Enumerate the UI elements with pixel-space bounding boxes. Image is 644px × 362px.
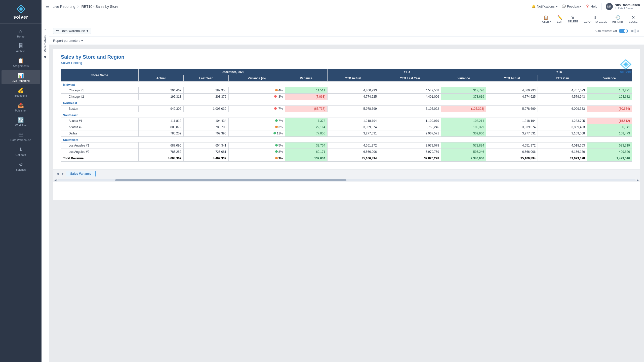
table-row: Chicago #1294,469282,958 4%11,5114,860,2… <box>61 87 632 94</box>
scrollbar-area[interactable]: ◀ ▶ <box>53 178 640 182</box>
params-toggle-button[interactable]: » <box>43 25 47 33</box>
sidebar-item-get-data[interactable]: ⬇ Get data <box>2 144 40 158</box>
ytd1-actual-header: YTD Actual <box>327 75 379 82</box>
table-cell: 5,978,699 <box>327 106 379 112</box>
total-cell: 1,493,516 <box>587 155 632 162</box>
user-role: IL Retail Demo <box>615 7 640 10</box>
table-cell: 309,960 <box>441 130 486 137</box>
main-content: ☰ Live Reporting > RET10 - Sales by Stor… <box>42 0 644 362</box>
sidebar-item-workflow[interactable]: 🔄 Workflow <box>2 115 40 129</box>
auto-refresh-area: Auto-refresh: Off ▦ ⊞ <box>595 29 640 33</box>
table-cell: 1,218,194 <box>327 118 379 124</box>
table-cell: 725,081 <box>183 149 228 155</box>
breadcrumb-current: RET10 - Sales by Store <box>81 5 118 9</box>
report-content[interactable]: solver Sales by Store and Region Solver … <box>49 45 644 362</box>
table-cell: 572,894 <box>441 142 486 149</box>
sidebar-item-settings[interactable]: ⚙ Settings <box>2 159 40 173</box>
table-cell: 5,978,699 <box>486 106 538 112</box>
history-button[interactable]: 🕐 HISTORY <box>610 14 626 24</box>
report-params-button[interactable]: Report parameters ▾ <box>53 39 83 43</box>
sidebar-item-data-warehouse[interactable]: 🗃 Data Warehouse <box>2 129 40 143</box>
single-view-icon[interactable]: ▦ <box>630 29 634 33</box>
table-cell: Boston <box>61 106 139 112</box>
topbar-divider <box>601 3 602 10</box>
table-cell: 707,396 <box>183 130 228 137</box>
table-row: Chicago #2196,313203,376 -3%(7,063)4,774… <box>61 94 632 100</box>
table-cell: 783,708 <box>183 124 228 130</box>
sheet-tab-sales-variance[interactable]: Sales Variance <box>66 171 96 176</box>
table-cell: 11% <box>228 130 285 137</box>
sidebar-item-home[interactable]: ⌂ Home <box>2 26 40 40</box>
notifications-icon: 🔔 <box>532 5 536 8</box>
table-cell: Atlanta #1 <box>61 118 139 124</box>
table-cell: -3% <box>228 94 285 100</box>
close-button[interactable]: ✕ CLOSE <box>626 14 640 24</box>
scroll-left-icon[interactable]: ◀ <box>54 178 56 182</box>
datasource-badge[interactable]: 🗃 Data Warehouse ▾ <box>53 28 91 34</box>
sidebar-item-publisher[interactable]: 📤 Publisher <box>2 100 40 114</box>
table-cell: 3,277,531 <box>327 130 379 137</box>
export-button[interactable]: ⬇ EXPORT TO EXCEL <box>581 14 609 24</box>
table-cell: 4,774,625 <box>327 94 379 100</box>
table-cell: 189,329 <box>441 124 486 130</box>
edit-button[interactable]: ✏️ EDIT <box>554 14 565 24</box>
feedback-button[interactable]: 💬 Feedback <box>562 5 581 8</box>
topbar: ☰ Live Reporting > RET10 - Sales by Stor… <box>42 0 644 13</box>
table-row: Los Angeles #1687,095654,341 5%32,7544,5… <box>61 142 632 149</box>
publisher-icon: 📤 <box>18 102 24 108</box>
help-button[interactable]: ❓ Help <box>585 5 597 8</box>
report-params-bar: Report parameters ▾ <box>49 37 644 45</box>
total-cell: 3% <box>228 155 285 162</box>
sheet-prev-button[interactable]: ◀ <box>55 171 60 176</box>
sidebar-item-budgeting[interactable]: 💰 Budgeting <box>2 85 40 99</box>
content-wrapper: » Parameters ▼ 🗃 Data Warehouse ▾ Auto-r… <box>42 25 644 362</box>
table-cell: 104,434 <box>183 118 228 124</box>
delete-button[interactable]: 🗑 DELETE <box>566 14 580 24</box>
datasource-icon: 🗃 <box>56 29 59 33</box>
sidebar-item-archive[interactable]: 🗄 Archive <box>2 41 40 55</box>
filter-icon[interactable]: ▼ <box>43 55 47 60</box>
export-icon: ⬇ <box>593 15 597 20</box>
breadcrumb: Live Reporting > RET10 - Sales by Store <box>53 5 118 9</box>
table-row: Boston942,3021,008,039 -7%(65,737)5,978,… <box>61 106 632 112</box>
ytd1-header: YTD <box>327 69 486 75</box>
report-header: 🗃 Data Warehouse ▾ Auto-refresh: Off ▦ ⊞ <box>49 25 644 37</box>
ytd1-ly-header: YTD Last Year <box>379 75 441 82</box>
report-area: 🗃 Data Warehouse ▾ Auto-refresh: Off ▦ ⊞… <box>49 25 644 362</box>
table-cell: Chicago #2 <box>61 94 139 100</box>
auto-refresh-toggle[interactable] <box>619 29 628 33</box>
user-name: Nils Rasmussen <box>615 3 640 7</box>
table-cell: 8% <box>228 149 285 155</box>
table-cell: 108,214 <box>441 118 486 124</box>
breadcrumb-parent[interactable]: Live Reporting <box>53 5 75 9</box>
table-cell: 4,707,073 <box>538 87 587 94</box>
archive-icon: 🗄 <box>18 43 23 49</box>
table-cell: 373,619 <box>441 94 486 100</box>
table-cell: 785,252 <box>138 130 183 137</box>
multi-view-icon[interactable]: ⊞ <box>635 29 640 33</box>
hamburger-button[interactable]: ☰ <box>46 4 50 9</box>
sheet-next-button[interactable]: ▶ <box>61 171 65 176</box>
params-label[interactable]: Parameters <box>44 35 47 52</box>
dec-ly-header: Last Year <box>183 75 228 82</box>
table-cell: 3,109,058 <box>538 130 587 137</box>
logo-text: solver <box>13 15 28 20</box>
notifications-button[interactable]: 🔔 Notifications ▾ <box>532 5 558 8</box>
table-cell: 1,109,979 <box>379 118 441 124</box>
total-cell: 4,469,332 <box>183 155 228 162</box>
ytd2-actual-header: YTD Actual <box>486 75 538 82</box>
scroll-right-icon[interactable]: ▶ <box>637 178 639 182</box>
publish-button[interactable]: 📋 PUBLISH <box>538 14 554 24</box>
total-cell: 32,826,228 <box>379 155 441 162</box>
table-cell: 3% <box>228 124 285 130</box>
view-toggle-icons: ▦ ⊞ <box>630 29 640 33</box>
get-data-icon: ⬇ <box>19 147 23 153</box>
table-cell: 533,319 <box>587 142 632 149</box>
sidebar-item-live-reporting[interactable]: 📊 Live Reporting <box>2 70 40 84</box>
region-row: Southeast <box>61 112 632 118</box>
ytd2-plan-header: YTD Plan <box>538 75 587 82</box>
table-cell: 60,171 <box>285 149 328 155</box>
sidebar-item-assignments[interactable]: 📋 Assignments <box>2 55 40 69</box>
user-details: Nils Rasmussen IL Retail Demo <box>615 3 640 10</box>
params-dropdown-icon: ▾ <box>81 39 83 43</box>
